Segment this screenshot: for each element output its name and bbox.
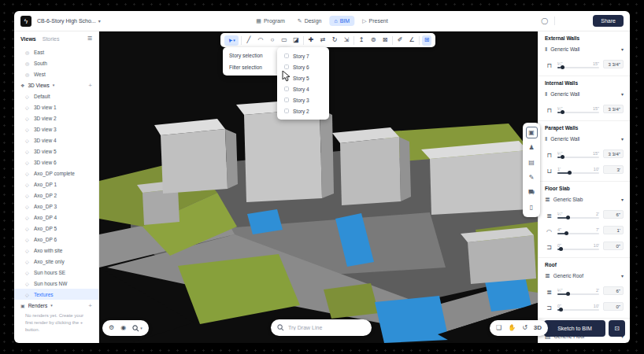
angle-tool[interactable]: ∠ bbox=[407, 35, 416, 46]
view-item[interactable]: ◎ South bbox=[14, 57, 98, 68]
circle-tool[interactable]: ○ bbox=[268, 35, 277, 46]
tab-design[interactable]: ✎ Design bbox=[293, 16, 327, 27]
roof-thickness-value[interactable]: 6" bbox=[603, 286, 624, 295]
3d-view-item[interactable]: ◇ Axo with site bbox=[14, 245, 98, 256]
move-tool[interactable]: ✚ bbox=[306, 35, 316, 46]
add-render-button[interactable]: + bbox=[88, 302, 92, 309]
search-input[interactable] bbox=[288, 325, 365, 330]
sidebar-tab-views[interactable]: Views bbox=[20, 36, 36, 42]
3d-view-item[interactable]: ◇ Axo_DP 2 bbox=[14, 190, 98, 201]
split-tool[interactable]: ⊠ bbox=[380, 35, 390, 46]
3d-view-item[interactable]: ◇ Axo_DP 1 bbox=[14, 179, 98, 190]
3d-view-item[interactable]: ◇ Default bbox=[14, 90, 98, 101]
3d-view-item[interactable]: ◇ 3D view 5 bbox=[14, 146, 98, 157]
slab-ceiling-value[interactable]: 1' bbox=[603, 226, 624, 234]
measure-tool[interactable]: ✐ bbox=[395, 35, 405, 46]
wall-thickness-slider[interactable] bbox=[557, 157, 599, 158]
preview-monitor-button[interactable]: ⊡ bbox=[609, 320, 625, 337]
wall-thickness-slider[interactable] bbox=[557, 67, 599, 68]
slab-thickness-value[interactable]: 6" bbox=[603, 210, 624, 219]
3d-view-item[interactable]: ◇ Axo_site only bbox=[14, 256, 98, 267]
select-tool[interactable]: ➤ ▾ bbox=[224, 35, 239, 46]
mirror-tool[interactable]: ⇄ bbox=[318, 35, 328, 46]
checkbox[interactable] bbox=[284, 98, 289, 102]
section-3d-views[interactable]: ❖ 3D Views ▾ + bbox=[14, 79, 98, 90]
chevron-down-icon[interactable]: ▾ bbox=[53, 83, 55, 87]
annotate-icon[interactable]: ✎ bbox=[526, 171, 538, 183]
scale-tool[interactable]: ⇲ bbox=[342, 35, 351, 46]
auto-bim-tool[interactable]: ⊞ bbox=[422, 35, 431, 46]
gear-icon[interactable]: ⚙ bbox=[109, 325, 114, 331]
fit-view-icon[interactable]: ❏ bbox=[496, 325, 502, 331]
checkbox[interactable] bbox=[284, 109, 289, 113]
comments-icon[interactable]: ◯ bbox=[541, 18, 548, 24]
tab-present[interactable]: ▷ Present bbox=[357, 16, 393, 27]
wall-thickness-value[interactable]: 3 3/4" bbox=[603, 105, 624, 113]
roof-thickness-slider[interactable] bbox=[557, 293, 599, 295]
wall-type-select[interactable]: ‖ Generic Wall ▾ bbox=[545, 44, 624, 54]
slab-type-select[interactable]: ≣ Generic Slab ▾ bbox=[545, 194, 624, 205]
project-title[interactable]: CB-6-Story High Scho... bbox=[37, 18, 96, 24]
section-renders[interactable]: ▣ Renders ▾ + bbox=[14, 300, 98, 311]
roof-type-select[interactable]: ≣ Generic Roof ▾ bbox=[545, 271, 624, 281]
sidebar-tab-stories[interactable]: Stories bbox=[43, 36, 60, 42]
3d-view-item[interactable]: ◇ Axo_DP 4 bbox=[14, 212, 98, 223]
roof-overhang-slider[interactable] bbox=[557, 309, 599, 311]
visibility-icon[interactable]: ◉ bbox=[120, 325, 126, 331]
wall-type-select[interactable]: ‖ Generic Wall ▾ bbox=[545, 134, 624, 144]
3d-view-item[interactable]: ◇ Axo_DP 5 bbox=[14, 223, 98, 234]
chevron-down-icon[interactable]: ▾ bbox=[50, 303, 53, 308]
3d-view-item[interactable]: ◇ 3D view 1 bbox=[14, 101, 98, 112]
parapet-height-value[interactable]: 3' bbox=[603, 165, 624, 174]
slab-overhang-value[interactable]: 0" bbox=[603, 242, 624, 250]
orbit-icon[interactable]: ↺ bbox=[522, 325, 527, 331]
sketch-to-bim-button[interactable]: Sketch to BIM bbox=[544, 320, 605, 337]
tab-bim[interactable]: ⌂ BIM bbox=[329, 16, 354, 26]
app-logo-icon[interactable]: ϟ bbox=[20, 16, 31, 27]
offset-tool[interactable]: ⊚ bbox=[368, 35, 378, 46]
wall-thickness-value[interactable]: 3 3/4" bbox=[603, 149, 624, 158]
checkbox[interactable] bbox=[284, 65, 289, 69]
rotate-tool[interactable]: ↻ bbox=[330, 35, 339, 46]
3d-view-item[interactable]: ◇ 3D view 3 bbox=[14, 124, 98, 135]
3d-view-item[interactable]: ◇ 3D view 4 bbox=[14, 135, 98, 146]
roof-overhang-value[interactable]: 0" bbox=[603, 302, 624, 311]
command-search-bar[interactable] bbox=[271, 319, 372, 336]
pan-icon[interactable]: ✋ bbox=[508, 325, 516, 331]
view-item[interactable]: ◎ East bbox=[14, 46, 98, 57]
tab-program[interactable]: ▦ Program bbox=[251, 16, 289, 27]
line-tool[interactable]: ╱ bbox=[244, 35, 254, 46]
rectangle-tool[interactable]: ▭ bbox=[279, 35, 289, 46]
mode-3d-toggle[interactable]: 3D bbox=[534, 325, 542, 331]
share-button[interactable]: Share bbox=[593, 15, 624, 27]
materials-icon[interactable]: ▣ bbox=[526, 127, 538, 138]
story-option[interactable]: Story 3 bbox=[277, 94, 329, 105]
story-option[interactable]: Story 2 bbox=[277, 105, 329, 116]
pushpull-tool[interactable]: ↥ bbox=[357, 35, 366, 46]
objects-icon[interactable]: ▯ bbox=[526, 201, 538, 213]
3d-view-item[interactable]: ◇ Textures bbox=[14, 289, 98, 300]
3d-view-item[interactable]: ◇ Axo_DP 3 bbox=[14, 201, 98, 212]
slab-overhang-slider[interactable] bbox=[557, 249, 599, 250]
chevron-down-icon[interactable]: ▾ bbox=[98, 18, 101, 24]
3d-view-item[interactable]: ◇ 3D view 6 bbox=[14, 157, 98, 168]
add-3d-view-button[interactable]: + bbox=[88, 82, 92, 89]
arc-tool[interactable]: ◠ bbox=[256, 35, 265, 46]
vehicles-icon[interactable]: ⛟ bbox=[526, 186, 538, 198]
wall-thickness-slider[interactable] bbox=[557, 112, 599, 113]
slab-ceiling-slider[interactable] bbox=[557, 233, 599, 234]
checkbox[interactable] bbox=[284, 53, 289, 58]
wall-type-select[interactable]: ‖ Generic Wall ▾ bbox=[545, 89, 624, 99]
filter-icon[interactable]: ☰ bbox=[87, 35, 92, 42]
3d-view-item[interactable]: ◇ Axo_DP 6 bbox=[14, 234, 98, 245]
zoom-menu-icon[interactable]: ▾ bbox=[132, 325, 142, 332]
parapet-height-slider[interactable] bbox=[557, 172, 599, 174]
view-item[interactable]: ◎ West bbox=[14, 68, 98, 79]
3d-view-item[interactable]: ◇ Sun hours NW bbox=[14, 278, 98, 289]
3d-view-item[interactable]: ◇ Axo_DP complete bbox=[14, 168, 98, 179]
furniture-icon[interactable]: ▤ bbox=[526, 157, 538, 168]
3d-view-item[interactable]: ◇ 3D view 2 bbox=[14, 112, 98, 124]
people-icon[interactable]: ♟ bbox=[526, 142, 538, 153]
story-option[interactable]: Story 7 bbox=[277, 50, 329, 61]
story-option[interactable]: Story 4 bbox=[277, 83, 329, 94]
